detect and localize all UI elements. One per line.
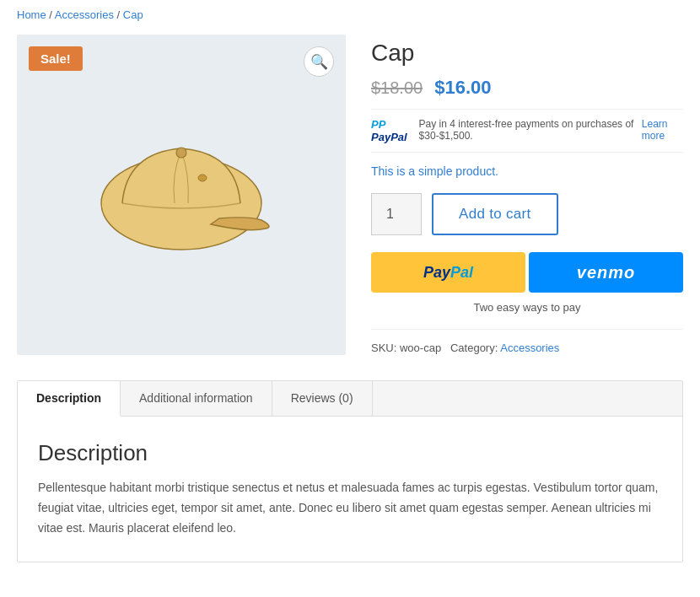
paypal-message: PP PayPal Pay in 4 interest-free payment…: [371, 109, 683, 153]
tab-content-description: Description Pellentesque habitant morbi …: [18, 417, 682, 562]
breadcrumb-home[interactable]: Home: [17, 8, 46, 21]
venmo-button-text: venmo: [577, 263, 635, 282]
tab-additional-info[interactable]: Additional information: [121, 381, 272, 416]
tab-reviews[interactable]: Reviews (0): [272, 381, 373, 416]
price-old: $18.00: [371, 78, 423, 98]
paypal-message-text: Pay in 4 interest-free payments on purch…: [419, 118, 637, 142]
tabs-section: Description Additional information Revie…: [17, 380, 683, 562]
search-icon: 🔍: [310, 53, 328, 71]
product-info: Cap $18.00 $16.00 PP PayPal Pay in 4 int…: [371, 35, 683, 355]
product-image-box: Sale! 🔍: [17, 35, 346, 355]
add-to-cart-button[interactable]: Add to cart: [432, 193, 558, 235]
zoom-icon[interactable]: 🔍: [304, 46, 334, 77]
paypal-logo: PP PayPal: [371, 118, 414, 143]
tabs-header: Description Additional information Revie…: [18, 381, 682, 417]
payment-buttons: PayPal venmo: [371, 252, 683, 293]
venmo-button[interactable]: venmo: [529, 252, 683, 293]
category-label: Category:: [450, 342, 498, 354]
paypal-button-text: PayPal: [423, 264, 473, 282]
simple-product-text: This is a simple product.: [371, 164, 683, 178]
price-new: $16.00: [434, 77, 491, 99]
sku-label: SKU:: [371, 342, 396, 354]
product-title: Cap: [371, 40, 683, 67]
description-heading: Description: [38, 440, 662, 466]
product-image: [80, 110, 283, 279]
breadcrumb: Home / Accessories / Cap: [17, 8, 683, 21]
product-container: Sale! 🔍 Cap $18.00 $16.00: [17, 35, 683, 355]
add-to-cart-row: Add to cart: [371, 193, 683, 235]
category-link[interactable]: Accessories: [500, 342, 559, 354]
svg-point-1: [176, 148, 186, 158]
sku-value: woo-cap: [400, 342, 441, 354]
tab-description[interactable]: Description: [18, 381, 121, 417]
learn-more-link[interactable]: Learn more: [642, 118, 683, 142]
svg-point-2: [198, 175, 207, 181]
sale-badge: Sale!: [29, 46, 83, 71]
breadcrumb-cap[interactable]: Cap: [123, 8, 143, 21]
quantity-input[interactable]: [371, 193, 422, 235]
breadcrumb-accessories[interactable]: Accessories: [55, 8, 114, 21]
two-ways-text: Two easy ways to pay: [371, 301, 683, 314]
product-meta: SKU: woo-cap Category: Accessories: [371, 329, 683, 354]
description-text: Pellentesque habitant morbi tristique se…: [38, 478, 662, 538]
price-row: $18.00 $16.00: [371, 77, 683, 99]
paypal-button[interactable]: PayPal: [371, 252, 525, 293]
